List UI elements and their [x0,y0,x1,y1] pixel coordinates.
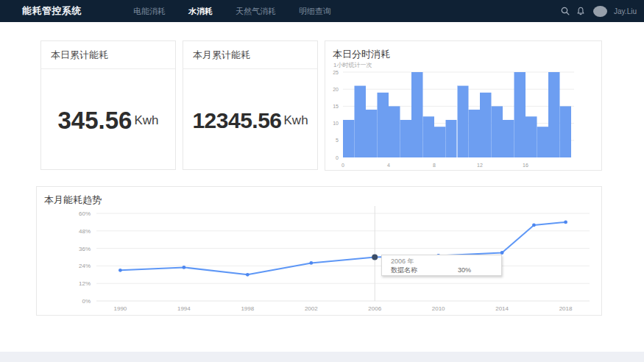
axis-label: 1990 [114,305,127,312]
bar[interactable] [400,120,412,157]
navbar-right: Jay.Liu [560,6,637,17]
bar[interactable] [560,106,572,157]
hourly-bar-chart[interactable]: 05101520250481216 [325,41,601,170]
bar[interactable] [434,127,446,157]
month-energy-value-wrap: 12345.56 Kwh [183,69,317,171]
chart-tooltip: 2006 年 数据名称 30% [381,255,502,276]
axis-label: 20 [333,87,339,92]
data-point[interactable] [532,224,536,227]
axis-label: 8 [433,163,436,168]
bar[interactable] [514,72,526,157]
data-point[interactable] [246,273,250,277]
monthly-trend-card: 本月能耗趋势 0%12%24%36%48%60%1990199419982002… [36,186,602,316]
data-point[interactable] [564,221,567,224]
avatar[interactable] [593,6,607,17]
data-point[interactable] [183,266,186,269]
nav-item-detail-query[interactable]: 明细查询 [299,0,331,22]
username: Jay.Liu [614,7,637,15]
bar[interactable] [457,86,469,157]
axis-label: 48% [79,228,91,235]
bar-separator [457,86,458,157]
axis-label: 12 [477,163,483,168]
bar[interactable] [480,93,492,157]
axis-label: 24% [79,263,91,269]
bar[interactable] [411,72,423,157]
axis-label: 25 [333,70,339,75]
today-energy-card-title: 本日累计能耗 [41,41,175,69]
bar[interactable] [526,116,537,157]
bar[interactable] [548,72,560,157]
bar[interactable] [446,120,458,157]
axis-label: 0 [342,163,344,168]
bar[interactable] [389,106,400,157]
axis-label: 0 [336,155,339,160]
bar[interactable] [492,106,503,157]
bar[interactable] [537,127,549,157]
main-nav: 电能消耗 水消耗 天然气消耗 明细查询 [133,0,331,22]
axis-label: 4 [387,163,390,168]
axis-label: 1998 [241,305,254,312]
bar[interactable] [469,110,481,157]
axis-label: 0% [82,298,91,305]
month-energy-card-title: 本月累计能耗 [183,41,317,69]
axis-label: 2010 [432,305,445,312]
month-energy-unit: Kwh [284,113,308,128]
nav-item-electricity[interactable]: 电能消耗 [133,0,166,22]
bar[interactable] [503,120,514,157]
bell-icon[interactable] [576,6,586,16]
axis-label: 2014 [495,305,509,312]
nav-item-water[interactable]: 水消耗 [188,0,213,22]
axis-label: 2018 [559,305,573,312]
month-energy-value: 12345.56 [192,108,281,133]
axis-label: 2006 [368,305,381,312]
tooltip-series-name: 数据名称 [391,266,458,274]
top-navbar: 能耗管控系统 电能消耗 水消耗 天然气消耗 明细查询 Jay.Liu [0,0,644,22]
data-point[interactable] [118,269,122,272]
tooltip-year: 2006 年 [391,258,501,266]
axis-label: 12% [79,280,91,287]
tooltip-value: 30% [458,266,471,274]
today-energy-unit: Kwh [134,113,158,128]
month-energy-card: 本月累计能耗 12345.56 Kwh [183,40,318,170]
dashboard: 本日累计能耗 345.56 Kwh 本月累计能耗 12345.56 Kwh 本日… [0,22,644,352]
axis-label: 10 [333,121,339,126]
axis-label: 16 [523,163,528,168]
axis-label: 15 [333,104,339,109]
bar[interactable] [343,120,355,157]
today-energy-value: 345.56 [57,107,132,135]
bar[interactable] [378,93,389,157]
axis-label: 1994 [177,305,191,312]
axis-label: 5 [336,138,339,143]
monthly-trend-chart[interactable]: 0%12%24%36%48%60%19901994199820022006201… [37,187,601,315]
app-title: 能耗管控系统 [22,4,82,18]
axis-label: 60% [79,210,91,217]
search-icon[interactable] [560,6,570,16]
bar[interactable] [355,86,367,157]
bar[interactable] [366,110,378,157]
data-point-highlighted[interactable] [372,255,378,260]
nav-item-gas[interactable]: 天然气消耗 [236,0,276,22]
axis-label: 36% [79,246,91,252]
hourly-consumption-card: 本日分时消耗 1小时统计一次 05101520250481216 [325,40,602,171]
data-point[interactable] [309,261,313,265]
today-energy-value-wrap: 345.56 Kwh [41,69,175,171]
bar[interactable] [423,116,435,157]
axis-label: 2002 [305,305,318,312]
today-energy-card: 本日累计能耗 345.56 Kwh [40,40,176,170]
